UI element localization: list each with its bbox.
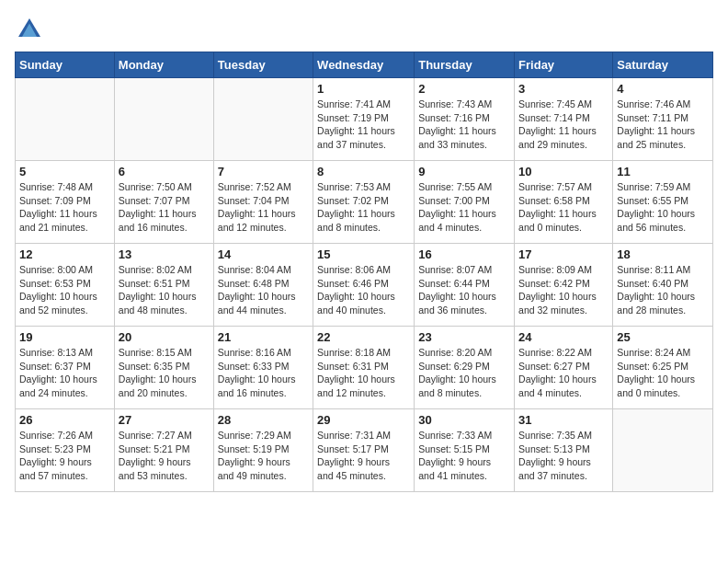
calendar-week-row: 5Sunrise: 7:48 AM Sunset: 7:09 PM Daylig…	[16, 161, 713, 244]
calendar-table: SundayMondayTuesdayWednesdayThursdayFrid…	[15, 52, 713, 492]
day-number: 5	[19, 165, 110, 178]
calendar-empty	[213, 78, 313, 161]
day-info: Sunrise: 8:06 AM Sunset: 6:46 PM Dayligh…	[317, 263, 410, 317]
page-header	[15, 15, 713, 44]
day-number: 3	[518, 82, 609, 96]
calendar-day-30: 30Sunrise: 7:33 AM Sunset: 5:15 PM Dayli…	[415, 409, 515, 492]
day-number: 15	[317, 247, 410, 261]
calendar-empty	[613, 409, 713, 492]
calendar-day-8: 8Sunrise: 7:53 AM Sunset: 7:02 PM Daylig…	[313, 161, 415, 244]
day-number: 8	[317, 165, 410, 178]
day-info: Sunrise: 8:04 AM Sunset: 6:48 PM Dayligh…	[218, 263, 309, 317]
calendar-header-sunday: Sunday	[16, 52, 115, 78]
calendar-day-25: 25Sunrise: 8:24 AM Sunset: 6:25 PM Dayli…	[613, 327, 713, 409]
day-number: 6	[119, 165, 210, 178]
calendar-day-23: 23Sunrise: 8:20 AM Sunset: 6:29 PM Dayli…	[415, 327, 515, 409]
calendar-header-wednesday: Wednesday	[313, 52, 415, 78]
calendar-header-saturday: Saturday	[613, 52, 713, 78]
calendar-day-12: 12Sunrise: 8:00 AM Sunset: 6:53 PM Dayli…	[16, 244, 115, 327]
calendar-empty	[16, 78, 115, 161]
calendar-day-1: 1Sunrise: 7:41 AM Sunset: 7:19 PM Daylig…	[313, 78, 415, 161]
day-info: Sunrise: 8:09 AM Sunset: 6:42 PM Dayligh…	[518, 263, 609, 317]
logo-icon	[15, 15, 44, 44]
day-number: 11	[617, 165, 709, 178]
day-number: 2	[418, 82, 510, 96]
calendar-day-15: 15Sunrise: 8:06 AM Sunset: 6:46 PM Dayli…	[313, 244, 415, 327]
day-info: Sunrise: 7:27 AM Sunset: 5:21 PM Dayligh…	[119, 429, 210, 483]
calendar-week-row: 26Sunrise: 7:26 AM Sunset: 5:23 PM Dayli…	[16, 409, 713, 492]
calendar-day-22: 22Sunrise: 8:18 AM Sunset: 6:31 PM Dayli…	[313, 327, 415, 409]
day-info: Sunrise: 8:07 AM Sunset: 6:44 PM Dayligh…	[418, 263, 510, 317]
day-info: Sunrise: 7:26 AM Sunset: 5:23 PM Dayligh…	[19, 429, 110, 483]
day-number: 12	[19, 247, 110, 261]
day-info: Sunrise: 8:16 AM Sunset: 6:33 PM Dayligh…	[218, 346, 309, 400]
calendar-header-thursday: Thursday	[415, 52, 515, 78]
calendar-day-5: 5Sunrise: 7:48 AM Sunset: 7:09 PM Daylig…	[16, 161, 115, 244]
calendar-header-monday: Monday	[114, 52, 213, 78]
day-number: 22	[317, 330, 410, 344]
day-info: Sunrise: 7:31 AM Sunset: 5:17 PM Dayligh…	[317, 429, 410, 483]
day-info: Sunrise: 8:20 AM Sunset: 6:29 PM Dayligh…	[418, 346, 510, 400]
day-info: Sunrise: 7:50 AM Sunset: 7:07 PM Dayligh…	[119, 180, 210, 235]
calendar-header-friday: Friday	[515, 52, 613, 78]
calendar-day-16: 16Sunrise: 8:07 AM Sunset: 6:44 PM Dayli…	[415, 244, 515, 327]
day-info: Sunrise: 7:33 AM Sunset: 5:15 PM Dayligh…	[418, 429, 510, 483]
day-number: 31	[518, 413, 609, 427]
day-number: 29	[317, 413, 410, 427]
calendar-day-10: 10Sunrise: 7:57 AM Sunset: 6:58 PM Dayli…	[515, 161, 613, 244]
day-info: Sunrise: 8:02 AM Sunset: 6:51 PM Dayligh…	[119, 263, 210, 317]
day-info: Sunrise: 7:59 AM Sunset: 6:55 PM Dayligh…	[617, 180, 709, 235]
day-info: Sunrise: 7:55 AM Sunset: 7:00 PM Dayligh…	[418, 180, 510, 235]
day-info: Sunrise: 7:52 AM Sunset: 7:04 PM Dayligh…	[218, 180, 309, 235]
day-info: Sunrise: 8:00 AM Sunset: 6:53 PM Dayligh…	[19, 263, 110, 317]
day-number: 23	[418, 330, 510, 344]
day-info: Sunrise: 7:35 AM Sunset: 5:13 PM Dayligh…	[518, 429, 609, 483]
day-info: Sunrise: 8:18 AM Sunset: 6:31 PM Dayligh…	[317, 346, 410, 400]
calendar-day-28: 28Sunrise: 7:29 AM Sunset: 5:19 PM Dayli…	[213, 409, 313, 492]
day-number: 13	[119, 247, 210, 261]
calendar-day-24: 24Sunrise: 8:22 AM Sunset: 6:27 PM Dayli…	[515, 327, 613, 409]
day-info: Sunrise: 7:46 AM Sunset: 7:11 PM Dayligh…	[617, 98, 709, 152]
day-info: Sunrise: 7:48 AM Sunset: 7:09 PM Dayligh…	[19, 180, 110, 235]
calendar-day-4: 4Sunrise: 7:46 AM Sunset: 7:11 PM Daylig…	[613, 78, 713, 161]
day-number: 20	[119, 330, 210, 344]
day-number: 17	[518, 247, 609, 261]
day-number: 26	[19, 413, 110, 427]
calendar-header-row: SundayMondayTuesdayWednesdayThursdayFrid…	[16, 52, 713, 78]
calendar-day-14: 14Sunrise: 8:04 AM Sunset: 6:48 PM Dayli…	[213, 244, 313, 327]
calendar-day-9: 9Sunrise: 7:55 AM Sunset: 7:00 PM Daylig…	[415, 161, 515, 244]
calendar-day-31: 31Sunrise: 7:35 AM Sunset: 5:13 PM Dayli…	[515, 409, 613, 492]
calendar-day-13: 13Sunrise: 8:02 AM Sunset: 6:51 PM Dayli…	[114, 244, 213, 327]
day-number: 18	[617, 247, 709, 261]
calendar-week-row: 1Sunrise: 7:41 AM Sunset: 7:19 PM Daylig…	[16, 78, 713, 161]
calendar-header-tuesday: Tuesday	[213, 52, 313, 78]
calendar-week-row: 12Sunrise: 8:00 AM Sunset: 6:53 PM Dayli…	[16, 244, 713, 327]
day-number: 21	[218, 330, 309, 344]
calendar-empty	[114, 78, 213, 161]
day-number: 19	[19, 330, 110, 344]
calendar-day-27: 27Sunrise: 7:27 AM Sunset: 5:21 PM Dayli…	[114, 409, 213, 492]
day-number: 10	[518, 165, 609, 178]
day-info: Sunrise: 8:22 AM Sunset: 6:27 PM Dayligh…	[518, 346, 609, 400]
calendar-day-7: 7Sunrise: 7:52 AM Sunset: 7:04 PM Daylig…	[213, 161, 313, 244]
day-info: Sunrise: 7:43 AM Sunset: 7:16 PM Dayligh…	[418, 98, 510, 152]
calendar-day-18: 18Sunrise: 8:11 AM Sunset: 6:40 PM Dayli…	[613, 244, 713, 327]
day-number: 24	[518, 330, 609, 344]
calendar-day-19: 19Sunrise: 8:13 AM Sunset: 6:37 PM Dayli…	[16, 327, 115, 409]
calendar-day-26: 26Sunrise: 7:26 AM Sunset: 5:23 PM Dayli…	[16, 409, 115, 492]
logo	[15, 15, 48, 44]
day-info: Sunrise: 7:41 AM Sunset: 7:19 PM Dayligh…	[317, 98, 410, 152]
day-info: Sunrise: 8:15 AM Sunset: 6:35 PM Dayligh…	[119, 346, 210, 400]
calendar-day-20: 20Sunrise: 8:15 AM Sunset: 6:35 PM Dayli…	[114, 327, 213, 409]
day-number: 28	[218, 413, 309, 427]
calendar-day-11: 11Sunrise: 7:59 AM Sunset: 6:55 PM Dayli…	[613, 161, 713, 244]
day-info: Sunrise: 7:29 AM Sunset: 5:19 PM Dayligh…	[218, 429, 309, 483]
day-info: Sunrise: 8:24 AM Sunset: 6:25 PM Dayligh…	[617, 346, 709, 400]
day-info: Sunrise: 7:57 AM Sunset: 6:58 PM Dayligh…	[518, 180, 609, 235]
calendar-day-17: 17Sunrise: 8:09 AM Sunset: 6:42 PM Dayli…	[515, 244, 613, 327]
day-number: 30	[418, 413, 510, 427]
day-number: 9	[418, 165, 510, 178]
day-number: 27	[119, 413, 210, 427]
day-number: 4	[617, 82, 709, 96]
day-number: 7	[218, 165, 309, 178]
